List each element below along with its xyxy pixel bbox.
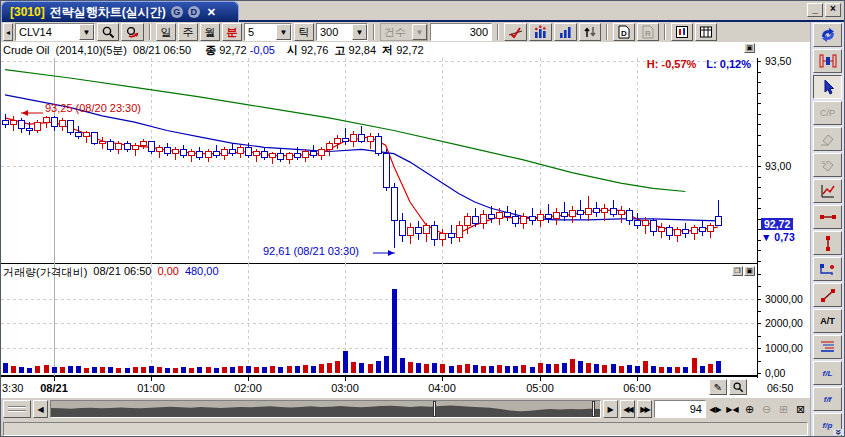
shrink-bars-button[interactable]: ▶◀: [725, 401, 740, 417]
line-style-button[interactable]: [504, 23, 527, 41]
price-axis-tick: [757, 198, 761, 199]
chevron-down-icon[interactable]: ▼: [79, 24, 94, 40]
fib-lines-icon: [819, 340, 836, 354]
minute-interval-combobox[interactable]: 5 ▼: [244, 23, 292, 41]
session-low-annotation: 92,61 (08/21 03:30): [263, 245, 359, 257]
recent-symbol-button[interactable]: [121, 23, 144, 41]
symbol-combobox[interactable]: CLV14 ▼: [15, 23, 95, 41]
d-badge-icon[interactable]: D: [188, 6, 200, 18]
candlestick-chart[interactable]: [1, 58, 757, 264]
chart-report-button[interactable]: [671, 23, 693, 41]
low-arrow-icon: [373, 248, 401, 258]
search-history-icon: [125, 25, 140, 39]
horizontal-line-icon: [819, 212, 837, 222]
symbol-value: CLV14: [16, 26, 79, 38]
formula-bars-tool-button[interactable]: f/L: [813, 361, 842, 385]
period-minute-button[interactable]: 분: [222, 23, 242, 41]
erase-all-button-disabled: ≡: [813, 153, 842, 177]
volume-axis-tick: [757, 336, 761, 337]
scroll-left-button[interactable]: ◀: [33, 400, 48, 418]
grid-toggle-button-disabled: ⊞: [776, 401, 791, 417]
search-icon: [732, 381, 744, 393]
volume-datetime: 08/21 06:50: [93, 265, 151, 280]
sidebar-overflow-chevron[interactable]: »: [833, 429, 844, 435]
minimize-button[interactable]: _: [807, 3, 823, 17]
trendline-tool-button[interactable]: [813, 283, 842, 307]
compare-chart-button[interactable]: [813, 49, 842, 73]
vertical-line-tool-button[interactable]: [813, 231, 842, 255]
open-label: 시: [287, 44, 298, 56]
close-zoom-button[interactable]: ⊠: [793, 401, 808, 417]
sort-button[interactable]: [579, 23, 601, 41]
time-axis: 3:3008/2101:0002:0003:0004:0005:0006:00 …: [1, 376, 757, 398]
price-pane[interactable]: H: -0,57% L: 0,12% 93,25 (08/20 23:30) 9…: [1, 58, 757, 264]
high-percent-stat: H: -0,57%: [647, 58, 697, 70]
axis-zoom-button[interactable]: [729, 379, 747, 395]
data-window-button[interactable]: D: [613, 23, 635, 41]
scroll-right-button[interactable]: ▶: [603, 400, 618, 418]
volume-axis-label: 3000,00: [765, 293, 803, 305]
volume-value: 480,00: [185, 265, 219, 280]
period-week-button[interactable]: 주: [178, 23, 198, 41]
zoom-in-button[interactable]: ⊕: [742, 401, 757, 417]
zoom-out-button-disabled: ⊖: [759, 401, 774, 417]
symbol-search-button[interactable]: [97, 23, 119, 41]
chevron-down-icon[interactable]: ▼: [276, 24, 291, 40]
current-change-label: ▼ 0,73: [761, 231, 795, 243]
volume-open-value: 0,00: [157, 265, 178, 280]
price-axis-label: 93,50: [765, 55, 791, 67]
change-value: -0,05: [250, 44, 275, 56]
volume-chart[interactable]: [1, 264, 757, 376]
search-icon: [101, 25, 115, 39]
annotate-button[interactable]: ✎: [709, 379, 727, 395]
app-window: [3010] 전략실행차트(실시간) G D ✕ _ × ◂ CLV14 ▼: [0, 0, 845, 437]
data-save-button-disabled: R: [637, 23, 659, 41]
candle-report-icon: [675, 25, 689, 39]
select-cursor-button[interactable]: [813, 75, 842, 99]
history-minimap[interactable]: [50, 400, 601, 418]
price-axis-tick: [757, 261, 761, 262]
horizontal-line-tool-button[interactable]: [813, 205, 842, 229]
visible-bars-input[interactable]: [654, 400, 706, 418]
close-button[interactable]: ×: [825, 3, 841, 17]
dot-bar-style-button[interactable]: [529, 23, 552, 41]
expand-bars-button[interactable]: ◀▶: [708, 401, 723, 417]
g-badge-icon[interactable]: G: [171, 6, 183, 18]
text-tool-button[interactable]: A/T: [813, 309, 842, 333]
pane-maximize-icon[interactable]: ▣: [744, 266, 755, 276]
period-month-button[interactable]: 월: [200, 23, 220, 41]
fibonacci-tool-button[interactable]: [813, 335, 842, 359]
page-back-button[interactable]: ◀◀: [620, 400, 635, 418]
trend-analysis-button[interactable]: [813, 179, 842, 203]
scrollbar-drag-handle[interactable]: [3, 400, 31, 418]
step-line-tool-button[interactable]: [813, 257, 842, 281]
pane-restore-icon[interactable]: ❐: [732, 266, 743, 276]
pane-maximize-icon[interactable]: ▣: [744, 43, 755, 53]
chevron-down-icon[interactable]: ▼: [352, 24, 367, 40]
time-axis-label: 01:00: [127, 382, 175, 394]
tick-button[interactable]: 틱: [294, 23, 314, 41]
minimap-view-start-marker[interactable]: [433, 401, 436, 417]
tick-count-combobox[interactable]: 300 ▼: [316, 23, 368, 41]
price-axis-tick: [757, 145, 761, 146]
trend-chart-icon: [820, 184, 836, 199]
price-axis-column[interactable]: 93,5093,0092,72▼ 0,733000,002000,001000,…: [757, 42, 810, 398]
tab-close-icon[interactable]: ✕: [207, 6, 216, 19]
refresh-button[interactable]: [813, 23, 842, 47]
price-axis-tick: [757, 156, 761, 157]
grid-view-button[interactable]: [695, 23, 717, 41]
minimap-view-end-marker[interactable]: [592, 401, 595, 417]
count-input[interactable]: [430, 23, 492, 41]
toolbar-scroll-left-button[interactable]: ◂: [3, 23, 13, 41]
toolbar-separator: [606, 24, 608, 40]
period-day-button[interactable]: 일: [156, 23, 176, 41]
volume-pane[interactable]: 거래량(가격대비) 08/21 06:50 0,00 480,00 ❐ ▣: [1, 264, 757, 376]
page-forward-button[interactable]: ▶▶: [637, 400, 652, 418]
formula-wave-tool-button[interactable]: f/f: [813, 387, 842, 411]
main-toolbar: ◂ CLV14 ▼ 일 주 월 분 5 ▼: [1, 22, 810, 42]
title-bar: [3010] 전략실행차트(실시간) G D ✕ _ ×: [1, 1, 844, 22]
open-value: 92,76: [301, 44, 329, 56]
bar-style-button[interactable]: [554, 23, 577, 41]
status-message-field: [3, 422, 808, 436]
window-tab[interactable]: [3010] 전략실행차트(실시간) G D ✕: [1, 1, 239, 22]
